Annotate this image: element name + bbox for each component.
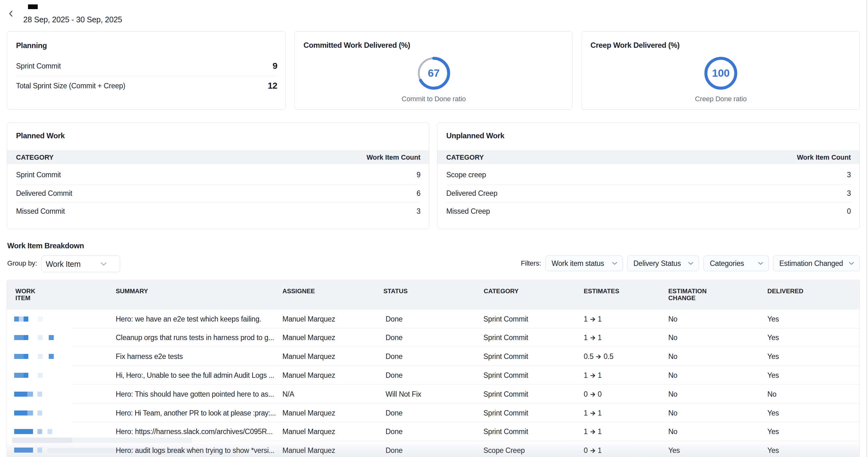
svg-text:67: 67 [428, 67, 439, 79]
svg-text:100: 100 [712, 67, 729, 79]
